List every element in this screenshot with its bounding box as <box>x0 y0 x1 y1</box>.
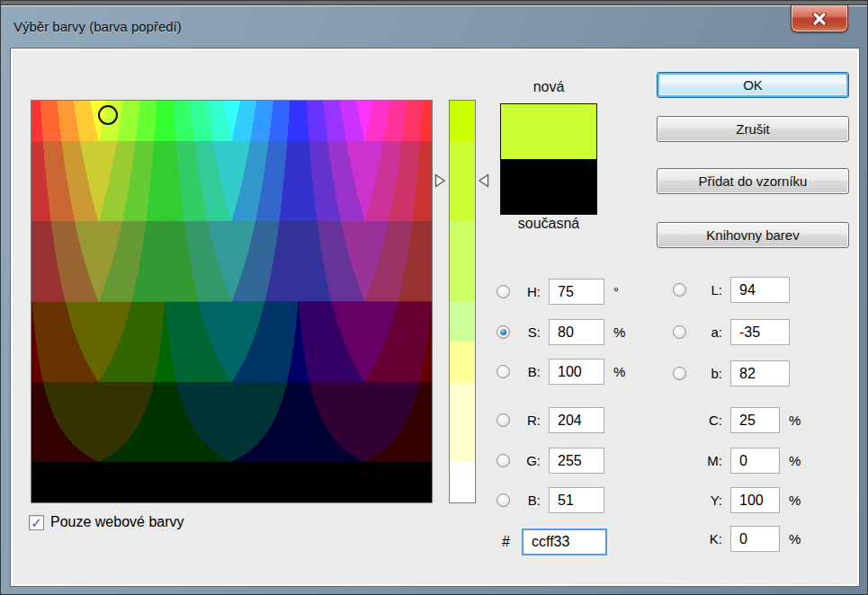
color-field[interactable] <box>31 100 433 503</box>
unit-y: % <box>789 493 801 508</box>
lab-a-input[interactable] <box>730 319 790 345</box>
unit-h: ° <box>613 284 619 299</box>
new-color-label: nová <box>500 79 597 95</box>
field-row-lab-l: L: <box>673 276 799 304</box>
field-row-r: R: <box>497 406 613 434</box>
radio-s[interactable] <box>497 325 510 339</box>
label-m: M: <box>690 453 722 468</box>
cancel-button[interactable]: Zrušit <box>657 116 849 142</box>
web-colors-checkbox[interactable]: ✓ <box>29 515 44 530</box>
radio-lab-l[interactable] <box>673 283 686 297</box>
close-icon <box>812 13 827 25</box>
color-swatch <box>500 103 597 215</box>
current-color-swatch[interactable] <box>501 159 596 214</box>
c-input[interactable] <box>730 407 780 433</box>
web-colors-label: Pouze webové barvy <box>50 514 184 530</box>
unit-b: % <box>613 364 625 379</box>
radio-h[interactable] <box>497 285 510 298</box>
color-slider[interactable] <box>449 100 476 503</box>
label-r: R: <box>514 413 541 428</box>
unit-c: % <box>789 413 801 428</box>
label-lab-a: a: <box>690 324 722 340</box>
dialog-body: nová současná OK Zrušit Přidat do vzorní… <box>10 48 860 587</box>
b-input[interactable] <box>549 359 604 385</box>
h-input[interactable] <box>549 279 604 305</box>
label-b2: B: <box>514 493 541 508</box>
g-input[interactable] <box>549 448 604 474</box>
label-b: B: <box>514 364 541 379</box>
radio-b[interactable] <box>497 365 510 378</box>
radio-g[interactable] <box>497 454 510 467</box>
label-lab-l: L: <box>690 282 722 298</box>
field-row-b: B: % <box>497 358 625 386</box>
add-to-swatches-button[interactable]: Přidat do vzorníku <box>657 168 849 194</box>
web-colors-row: ✓ Pouze webové barvy <box>29 514 184 530</box>
field-row-k: K: % <box>673 525 801 553</box>
hex-input[interactable] <box>522 528 607 555</box>
label-h: H: <box>514 284 541 299</box>
unit-s: % <box>613 324 625 340</box>
color-picker-dialog: Výběr barvy (barva popředí) nová současn… <box>0 0 868 595</box>
s-input[interactable] <box>549 319 604 345</box>
new-color-swatch <box>501 104 596 159</box>
close-button[interactable] <box>791 5 848 32</box>
label-s: S: <box>514 324 541 340</box>
field-row-lab-b: b: <box>673 360 799 387</box>
label-g: G: <box>514 453 541 468</box>
k-input[interactable] <box>730 526 780 552</box>
field-row-m: M: % <box>673 447 801 475</box>
label-y: Y: <box>690 493 722 508</box>
b2-input[interactable] <box>549 487 604 513</box>
hex-row: # <box>502 528 607 555</box>
window-title: Výběr barvy (barva popředí) <box>13 19 182 34</box>
m-input[interactable] <box>730 448 780 474</box>
slider-handle-right-icon[interactable] <box>478 173 489 188</box>
radio-lab-b[interactable] <box>673 367 686 380</box>
color-libraries-button[interactable]: Knihovny barev <box>657 222 849 248</box>
radio-r[interactable] <box>497 413 510 427</box>
field-row-y: Y: % <box>673 486 801 514</box>
ok-button[interactable]: OK <box>657 72 849 98</box>
hex-label: # <box>502 534 515 550</box>
field-row-lab-a: a: <box>673 318 799 346</box>
current-color-label: současná <box>500 216 597 232</box>
unit-m: % <box>789 453 801 468</box>
label-lab-b: b: <box>690 366 722 381</box>
color-field-canvas[interactable] <box>31 101 432 502</box>
window-top-highlight <box>1 5 867 6</box>
r-input[interactable] <box>549 407 604 433</box>
lab-b-input[interactable] <box>730 360 790 386</box>
slider-handle-left-icon[interactable] <box>434 173 446 188</box>
unit-k: % <box>789 531 801 546</box>
field-row-c: C: % <box>673 406 801 434</box>
label-k: K: <box>690 531 722 546</box>
radio-lab-a[interactable] <box>673 325 686 339</box>
radio-b2[interactable] <box>497 493 510 507</box>
field-row-g: G: <box>497 447 613 475</box>
field-row-s: S: % <box>497 318 625 346</box>
color-slider-canvas[interactable] <box>450 101 475 502</box>
field-row-b2: B: <box>497 486 613 514</box>
field-row-h: H: ° <box>497 278 619 306</box>
y-input[interactable] <box>730 487 780 513</box>
label-c: C: <box>690 413 722 428</box>
lab-l-input[interactable] <box>730 277 790 303</box>
